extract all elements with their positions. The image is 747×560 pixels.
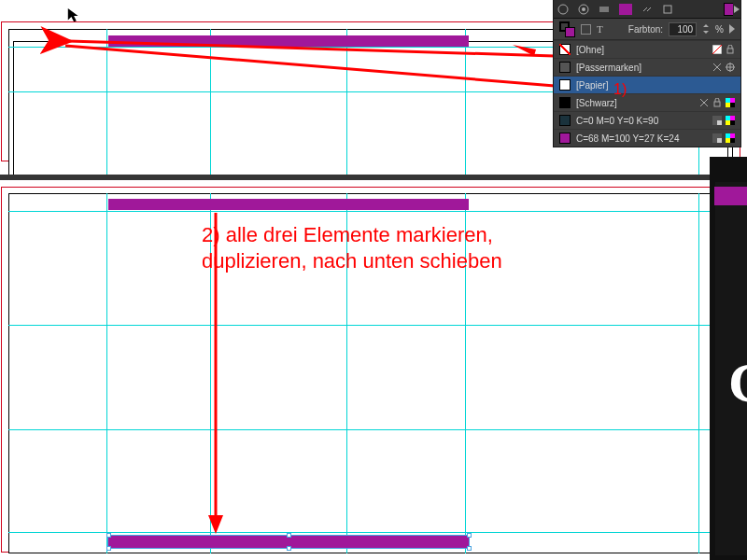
registration-icon [726,63,735,72]
cmyk-icon [726,133,735,143]
svg-rect-31 [730,120,735,125]
selection-handle[interactable] [106,533,111,538]
svg-rect-23 [730,98,735,103]
selection-handle[interactable] [106,546,111,551]
annotation-text: 2) alle drei Elemente markieren, [202,223,493,246]
effects-panel-icon[interactable] [662,4,673,15]
fill-stroke-indicator[interactable] [559,21,575,37]
svg-rect-30 [726,120,730,125]
svg-rect-25 [730,103,735,107]
guide-v[interactable] [698,193,699,553]
guide-v[interactable] [106,29,107,179]
guide-v[interactable] [346,29,347,179]
cmyk-icon [726,116,735,125]
selection-handle[interactable] [287,533,291,538]
annotation-step1: 1) [613,81,627,98]
selection-handle[interactable] [467,546,472,551]
formatting-container-icon[interactable] [581,24,591,35]
panel-tab-strip[interactable] [554,0,740,18]
svg-rect-27 [717,120,722,125]
svg-rect-37 [730,138,735,143]
tint-arrow-icon[interactable] [702,23,710,35]
selection-handle[interactable] [467,533,472,538]
swatch-name: [Papier] [576,80,729,91]
swatch-row[interactable]: C=68 M=100 Y=27 K=24 [554,129,740,147]
svg-rect-33 [717,138,722,143]
cmyk-icon [726,98,735,107]
tint-slider-flyout-icon[interactable] [729,24,735,34]
magenta-bar-upper[interactable] [108,35,469,47]
type-fill-icon[interactable]: T [597,23,603,35]
svg-rect-34 [726,133,730,138]
lock-icon [726,45,735,54]
swatch-row[interactable]: [Ohne] [554,40,740,58]
links-panel-icon[interactable] [641,4,653,15]
global-swatch-icon [712,116,722,125]
svg-rect-9 [619,4,632,15]
svg-rect-10 [664,6,671,13]
annotation-step2: 2) alle drei Elemente markieren, duplizi… [202,222,502,273]
magenta-bar-mid[interactable] [108,199,469,210]
color-panel-icon[interactable] [557,4,569,15]
guide-h[interactable] [8,211,733,212]
svg-point-7 [582,7,585,11]
svg-rect-22 [726,98,730,103]
preview-glyph: C [728,355,747,411]
panel-flyout-menu[interactable] [733,0,740,18]
swatch-row[interactable]: [Schwarz] [554,93,740,111]
swatch-list[interactable]: [Ohne][Passermarken][Papier][Schwarz]C=0… [554,40,740,147]
swatch-name: [Ohne] [576,45,707,55]
svg-point-5 [558,5,568,14]
swatch-color-chip [559,97,571,108]
no-delete-icon [712,63,722,72]
guide-v[interactable] [210,29,211,179]
tint-unit: % [715,24,724,35]
swatch-row[interactable]: C=0 M=0 Y=0 K=90 [554,111,740,129]
panel-header: T Farbton: 100 % [554,18,740,40]
swatch-name: C=0 M=0 Y=0 K=90 [576,116,707,126]
swatch-row[interactable]: [Papier] [554,76,740,93]
global-swatch-icon [712,133,722,143]
swatch-color-chip [559,115,571,126]
tint-label: Farbton: [628,24,663,35]
annotation-text: duplizieren, nach unten schieben [202,249,502,273]
none-mode-icon [712,45,722,54]
swatches-panel[interactable]: T Farbton: 100 % [Ohne][Passermarken][Pa… [554,0,740,147]
gradient-panel-icon[interactable] [599,4,610,15]
svg-rect-36 [726,138,730,143]
guide-h[interactable] [8,429,733,430]
swatch-name: C=68 M=100 Y=27 K=24 [576,133,707,144]
swatch-row[interactable]: [Passermarken] [554,58,740,76]
swatches-panel-icon[interactable] [619,4,632,15]
swatch-name: [Passermarken] [576,63,707,73]
selection-handle[interactable] [287,546,291,551]
guide-h[interactable] [8,325,733,326]
guide-h[interactable] [8,532,733,533]
stroke-panel-icon[interactable] [578,4,589,15]
svg-rect-24 [726,103,730,107]
svg-rect-13 [727,49,733,53]
tint-value-field[interactable]: 100 [669,22,697,36]
magenta-chip [714,187,747,205]
swatch-color-chip [559,44,571,55]
swatch-color-chip [559,133,571,144]
svg-rect-35 [730,133,735,138]
svg-rect-29 [730,116,735,120]
lock-icon [712,98,722,107]
swatch-color-chip [559,79,571,91]
dark-strip [0,175,740,180]
swatch-name: [Schwarz] [576,98,694,108]
swatch-color-chip [559,62,571,73]
svg-rect-8 [599,7,609,12]
svg-rect-28 [726,116,730,120]
guide-v[interactable] [465,29,466,179]
no-delete-icon [699,98,709,107]
svg-rect-21 [714,102,720,106]
guide-v[interactable] [106,193,107,553]
